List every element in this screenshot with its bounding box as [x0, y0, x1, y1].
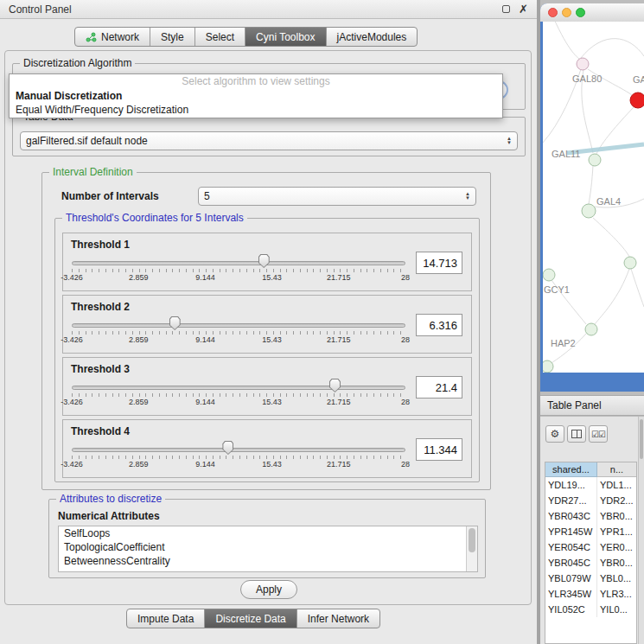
- table-row[interactable]: YBR043CYBR0...: [545, 508, 636, 524]
- algorithm-dropdown-popup: Select algorithm to view settings Manual…: [9, 73, 503, 118]
- number-of-intervals-value: 5: [204, 190, 465, 202]
- minimize-traffic-light-icon[interactable]: [562, 8, 571, 17]
- list-item-betweennesscentrality[interactable]: BetweennessCentrality: [59, 554, 477, 568]
- slider-ticks: [72, 393, 405, 397]
- slider-track[interactable]: [72, 386, 405, 390]
- thresholds-group: Threshold's Coordinates for 5 Intervals …: [54, 218, 480, 482]
- top-tab-bar: Network Style Select Cyni Toolbox jActiv…: [74, 27, 418, 47]
- interval-definition-group: Interval Definition Number of Intervals …: [41, 172, 491, 490]
- table-panel-header: Table Panel: [540, 395, 644, 416]
- table-row[interactable]: YDL19...YDL1...: [545, 477, 636, 493]
- dropdown-option-equal-width[interactable]: Equal Width/Frequency Discretization: [10, 103, 502, 117]
- number-of-intervals-combobox[interactable]: 5 ▲▼: [198, 187, 476, 206]
- threshold-3-value-field[interactable]: [416, 376, 462, 399]
- table-row[interactable]: YIL052CYIL0...: [545, 602, 636, 617]
- tab-impute-data[interactable]: Impute Data: [127, 609, 205, 628]
- close-icon[interactable]: ✗: [519, 3, 528, 15]
- dropdown-option-manual-discretization[interactable]: Manual Discretization: [10, 89, 502, 103]
- close-traffic-light-icon[interactable]: [548, 8, 558, 17]
- tab-select[interactable]: Select: [195, 28, 245, 46]
- slider-ticks: [72, 331, 405, 335]
- panel-title: Control Panel: [9, 3, 502, 16]
- network-window-titlebar[interactable]: [540, 3, 644, 22]
- table-row[interactable]: YBR045CYBR0...: [545, 555, 636, 571]
- checkboxes-icon: ☑☑: [591, 430, 605, 439]
- network-icon: [86, 32, 97, 42]
- column-header-shared-name[interactable]: shared...: [545, 462, 597, 477]
- list-item-topologicalcoefficient[interactable]: TopologicalCoefficient: [59, 540, 477, 554]
- tab-cyni-toolbox[interactable]: Cyni Toolbox: [245, 28, 326, 46]
- slider-track[interactable]: [72, 323, 405, 328]
- attributes-group-title: Attributes to discretize: [56, 493, 165, 505]
- table-settings-button[interactable]: ⚙: [545, 425, 564, 443]
- threshold-2-slider[interactable]: -3.426 2.859 9.144 15.43 21.715 28: [72, 316, 405, 349]
- node-table: shared... n... YDL19...YDL1... YDR27...Y…: [545, 462, 637, 644]
- gear-icon: ⚙: [551, 428, 560, 440]
- thresholds-group-title: Threshold's Coordinates for 5 Intervals: [62, 212, 247, 224]
- table-data-combobox[interactable]: galFiltered.sif default node ▲▼: [20, 131, 518, 150]
- attributes-list-scrollbar[interactable]: [466, 526, 477, 571]
- attributes-group: Attributes to discretize Numerical Attri…: [48, 499, 486, 578]
- zoom-traffic-light-icon[interactable]: [576, 8, 585, 17]
- slider-thumb[interactable]: [222, 441, 233, 455]
- node-label-gcy1: GCY1: [544, 284, 570, 295]
- threshold-2-label: Threshold 2: [71, 301, 130, 313]
- network-canvas[interactable]: GAL80 GA GAL11 GAL4 GCY1 HAP2: [543, 22, 644, 373]
- numerical-attributes-label: Numerical Attributes: [58, 510, 160, 522]
- table-data-selected: galFiltered.sif default node: [26, 135, 507, 147]
- tab-infer-network[interactable]: Infer Network: [297, 609, 379, 628]
- select-all-columns-button[interactable]: ☑☑: [589, 425, 608, 443]
- threshold-4-box: Threshold 4 -3.426 2.859 9.144 15.43 21.…: [62, 419, 472, 478]
- threshold-4-label: Threshold 4: [71, 425, 130, 437]
- threshold-1-slider[interactable]: -3.426 2.859 9.144 15.43 21.715 28: [72, 254, 405, 287]
- tab-network[interactable]: Network: [75, 28, 150, 46]
- slider-ticks: [72, 269, 405, 272]
- list-item-selfloops[interactable]: SelfLoops: [59, 526, 477, 540]
- tab-network-label: Network: [101, 31, 139, 43]
- show-columns-button[interactable]: [567, 425, 586, 443]
- threshold-4-value-field[interactable]: [416, 438, 462, 461]
- table-row[interactable]: YPR145WYPR1...: [545, 524, 636, 539]
- discretization-algorithm-group-title: Discretization Algorithm: [20, 57, 135, 69]
- combo-stepper-icon: ▲▼: [465, 192, 470, 201]
- node-label-gal11: GAL11: [552, 149, 580, 159]
- control-panel: Control Panel ✗ Network Style Select Cyn…: [0, 0, 537, 644]
- float-window-icon[interactable]: [502, 5, 510, 13]
- slider-track[interactable]: [72, 448, 405, 452]
- threshold-1-value-field[interactable]: [416, 252, 462, 274]
- slider-thumb[interactable]: [169, 316, 181, 330]
- cyni-toolbox-panel: Discretization Algorithm ▲▼ Select algor…: [4, 50, 532, 605]
- threshold-2-value-field[interactable]: [416, 314, 462, 336]
- scrollbar-thumb[interactable]: [640, 419, 643, 459]
- table-header-row: shared... n...: [545, 462, 636, 477]
- tab-jactivemodules[interactable]: jActiveModules: [327, 28, 418, 46]
- slider-thumb[interactable]: [258, 254, 270, 268]
- slider-thumb[interactable]: [329, 379, 341, 392]
- combo-stepper-icon: ▲▼: [507, 137, 512, 145]
- table-data-group: Table Data galFiltered.sif default node …: [12, 117, 526, 156]
- algorithm-placeholder: Select algorithm to view settings: [10, 74, 502, 89]
- network-view-window: GAL80 GA GAL11 GAL4 GCY1 HAP2: [540, 3, 644, 392]
- columns-icon: [571, 430, 582, 438]
- table-row[interactable]: YBL079WYBL0...: [545, 571, 636, 586]
- threshold-3-box: Threshold 3 -3.426 2.859 9.144 15.43 21.…: [62, 357, 472, 416]
- threshold-3-label: Threshold 3: [71, 363, 130, 375]
- table-row[interactable]: YLR345WYLR3...: [545, 586, 636, 602]
- table-row[interactable]: YER054CYER0...: [545, 539, 636, 555]
- node-label-gal80: GAL80: [572, 73, 602, 84]
- node-label-gal4: GAL4: [596, 196, 621, 207]
- threshold-2-box: Threshold 2 -3.426 2.859 9.144 15.43 21.…: [62, 295, 472, 354]
- tab-style[interactable]: Style: [150, 28, 195, 46]
- bottom-tab-bar: Impute Data Discretize Data Infer Networ…: [126, 609, 380, 628]
- tab-discretize-data[interactable]: Discretize Data: [205, 609, 296, 628]
- scrollbar-thumb[interactable]: [469, 528, 475, 552]
- node-label-hap2: HAP2: [551, 338, 576, 348]
- slider-track[interactable]: [72, 261, 405, 265]
- threshold-4-slider[interactable]: -3.426 2.859 9.144 15.43 21.715 28: [72, 441, 405, 474]
- control-panel-titlebar: Control Panel ✗: [0, 0, 537, 19]
- threshold-3-slider[interactable]: -3.426 2.859 9.144 15.43 21.715 28: [72, 379, 405, 411]
- column-header-name[interactable]: n...: [597, 462, 636, 477]
- table-panel-scrollbar[interactable]: [638, 417, 644, 644]
- table-row[interactable]: YDR27...YDR2...: [545, 493, 636, 508]
- apply-button[interactable]: Apply: [240, 580, 297, 599]
